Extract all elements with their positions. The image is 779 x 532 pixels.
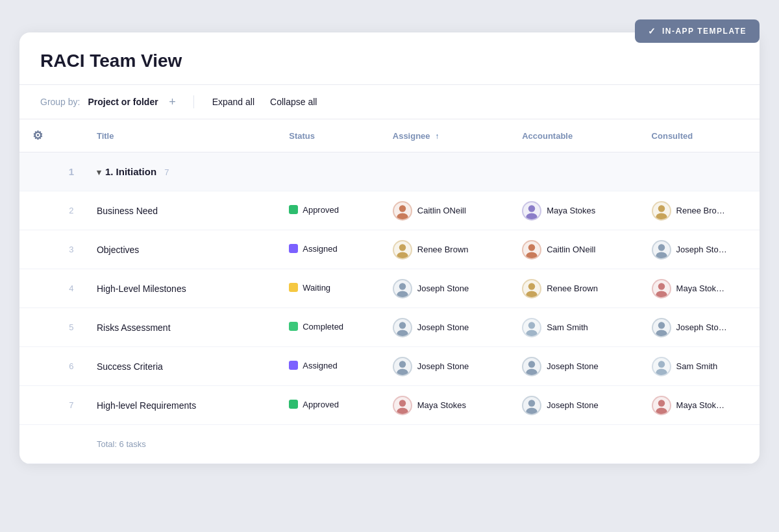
status-label: Assigned	[303, 244, 337, 254]
row-consulted[interactable]: Maya Stok…	[641, 386, 760, 425]
group-by-value[interactable]: Project or folder	[88, 97, 158, 107]
row-accountable[interactable]: Renee Brown	[512, 269, 641, 308]
row-consulted[interactable]: Joseph Sto…	[641, 308, 760, 347]
assignee-name: Maya Stokes	[417, 400, 466, 410]
row-status[interactable]: Assigned	[278, 347, 382, 386]
row-consulted[interactable]: Joseph Sto…	[641, 230, 760, 269]
svg-point-1	[397, 213, 408, 221]
svg-point-11	[656, 252, 667, 260]
svg-point-34	[658, 400, 664, 406]
toolbar: Group by: Project or folder + Expand all…	[19, 85, 760, 119]
svg-point-19	[397, 330, 408, 337]
total-status	[278, 425, 382, 464]
row-status[interactable]: Waiting	[278, 269, 382, 308]
toolbar-divider	[193, 95, 194, 108]
row-accountable[interactable]: Sam Smith	[512, 308, 641, 347]
svg-point-14	[528, 283, 535, 289]
consulted-col-header: Consulted	[641, 119, 760, 152]
group-assignee	[382, 152, 512, 191]
svg-point-25	[397, 369, 408, 376]
row-title[interactable]: Success Criteria	[86, 347, 278, 386]
assignee-col-header[interactable]: Assignee ↑	[382, 119, 512, 152]
svg-point-7	[397, 252, 408, 260]
group-gear	[19, 152, 56, 191]
svg-point-18	[399, 322, 406, 328]
row-assignee[interactable]: Caitlin ONeill	[382, 191, 512, 230]
group-title[interactable]: ▾1. Initiation 7	[86, 152, 278, 191]
svg-point-4	[658, 205, 664, 212]
row-title[interactable]: Objectives	[86, 230, 278, 269]
svg-point-30	[399, 400, 406, 406]
row-gear	[19, 269, 56, 308]
table-wrap: ⚙ Title Status Assignee ↑ Accountable Co…	[19, 119, 760, 464]
table-row: 4 High-Level Milestones Waiting Joseph S…	[19, 269, 760, 308]
raci-table: ⚙ Title Status Assignee ↑ Accountable Co…	[19, 119, 760, 464]
svg-point-12	[399, 283, 406, 289]
svg-point-33	[526, 407, 538, 415]
row-assignee[interactable]: Joseph Stone	[382, 308, 512, 347]
table-row: 6 Success Criteria Assigned Joseph Stone	[19, 347, 760, 386]
row-title[interactable]: High-level Requirements	[86, 386, 278, 425]
row-consulted[interactable]: Renee Bro…	[641, 191, 760, 230]
row-assignee[interactable]: Renee Brown	[382, 230, 512, 269]
svg-point-27	[526, 369, 538, 376]
svg-point-20	[528, 322, 535, 328]
table-header-row: ⚙ Title Status Assignee ↑ Accountable Co…	[19, 119, 760, 152]
assignee-name: Renee Brown	[417, 245, 469, 254]
total-label: Total: 6 tasks	[86, 425, 278, 464]
row-status[interactable]: Completed	[278, 308, 382, 347]
group-consulted	[641, 152, 760, 191]
row-assignee[interactable]: Maya Stokes	[382, 386, 512, 425]
consulted-name: Joseph Sto…	[676, 322, 727, 332]
row-num: 7	[56, 386, 86, 425]
expand-all-button[interactable]: Expand all	[207, 94, 260, 110]
svg-point-31	[397, 407, 408, 415]
svg-point-29	[656, 369, 667, 376]
svg-point-22	[658, 322, 664, 328]
row-title[interactable]: Risks Assessment	[86, 308, 278, 347]
consulted-name: Maya Stok…	[676, 400, 724, 410]
svg-point-28	[658, 361, 664, 367]
accountable-name: Sam Smith	[547, 322, 588, 332]
svg-point-0	[399, 205, 406, 212]
row-accountable[interactable]: Maya Stokes	[512, 191, 641, 230]
svg-point-6	[399, 244, 406, 250]
row-consulted[interactable]: Maya Stok…	[641, 269, 760, 308]
svg-point-8	[528, 244, 535, 250]
group-status	[278, 152, 382, 191]
assignee-name: Joseph Stone	[417, 322, 469, 332]
check-icon: ✓	[648, 26, 657, 36]
status-col-header: Status	[278, 119, 382, 152]
badge-label: IN-APP TEMPLATE	[662, 27, 747, 36]
row-accountable[interactable]: Caitlin ONeill	[512, 230, 641, 269]
row-status[interactable]: Assigned	[278, 230, 382, 269]
row-status[interactable]: Approved	[278, 386, 382, 425]
row-accountable[interactable]: Joseph Stone	[512, 347, 641, 386]
row-num: 3	[56, 230, 86, 269]
num-col-header	[56, 119, 86, 152]
row-gear	[19, 347, 56, 386]
add-group-button[interactable]: +	[165, 94, 180, 110]
gear-icon[interactable]: ⚙	[32, 129, 43, 142]
collapse-all-button[interactable]: Collapse all	[265, 94, 322, 110]
row-gear	[19, 386, 56, 425]
row-num: 6	[56, 347, 86, 386]
row-title[interactable]: Business Need	[86, 191, 278, 230]
accountable-col-header: Accountable	[512, 119, 641, 152]
row-consulted[interactable]: Sam Smith	[641, 347, 760, 386]
row-num: 5	[56, 308, 86, 347]
table-row: 3 Objectives Assigned Renee Brown	[19, 230, 760, 269]
svg-point-17	[656, 291, 667, 298]
sort-arrow-icon: ↑	[435, 132, 439, 141]
table-row: 2 Business Need Approved Caitlin ONeill	[19, 191, 760, 230]
accountable-name: Joseph Stone	[547, 400, 599, 410]
row-accountable[interactable]: Joseph Stone	[512, 386, 641, 425]
row-status[interactable]: Approved	[278, 191, 382, 230]
group-row: 1 ▾1. Initiation 7	[19, 152, 760, 191]
row-title[interactable]: High-Level Milestones	[86, 269, 278, 308]
status-label: Approved	[303, 205, 339, 215]
gear-col-header: ⚙	[19, 119, 56, 152]
assignee-name: Joseph Stone	[417, 284, 469, 293]
row-assignee[interactable]: Joseph Stone	[382, 347, 512, 386]
row-assignee[interactable]: Joseph Stone	[382, 269, 512, 308]
